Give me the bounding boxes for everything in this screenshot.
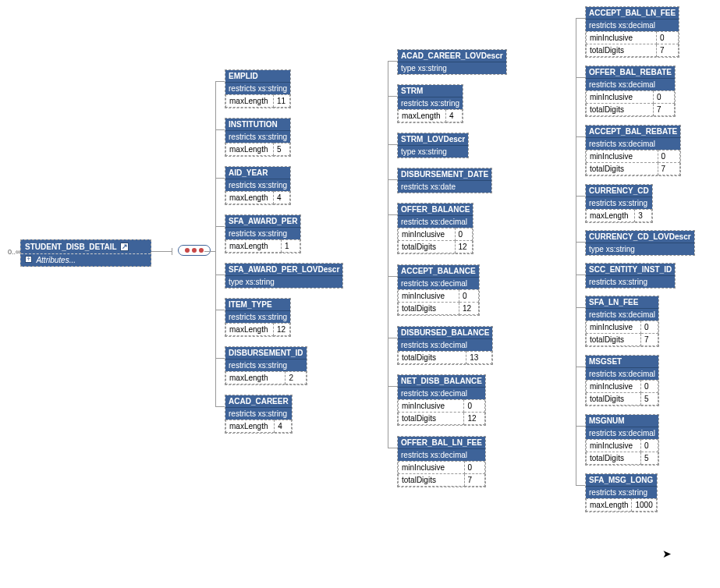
element-type-label: restricts xs:string: [586, 197, 652, 209]
root-title: STUDENT_DISB_DETAIL: [25, 243, 117, 251]
element-name: DISBURSEMENT_ID: [225, 347, 307, 360]
detail-icon[interactable]: [120, 243, 129, 251]
schema-element[interactable]: SFA_AWARD_PERrestricts xs:stringmaxLengt…: [225, 214, 301, 253]
element-name: OFFER_BAL_LN_FEE: [398, 437, 485, 449]
schema-element[interactable]: ACCEPT_BAL_REBATErestricts xs:decimalmin…: [585, 125, 681, 176]
schema-element[interactable]: EMPLIDrestricts xs:stringmaxLength11: [225, 69, 291, 108]
root-element[interactable]: STUDENT_DISB_DETAIL Attributes...: [20, 239, 151, 267]
schema-element[interactable]: AID_YEARrestricts xs:stringmaxLength4: [225, 166, 291, 205]
facet-value: 0: [464, 462, 484, 474]
facet-name: minInclusive: [587, 91, 654, 104]
schema-element[interactable]: SFA_MSG_LONGrestricts xs:stringmaxLength…: [585, 473, 658, 512]
schema-element[interactable]: OFFER_BAL_REBATErestricts xs:decimalminI…: [585, 66, 676, 117]
facet-row: totalDigits5: [587, 452, 658, 465]
facet-table: maxLength4: [225, 420, 292, 433]
facet-name: maxLength: [587, 210, 635, 222]
schema-element[interactable]: DISBURSEMENT_DATErestricts xs:date: [397, 168, 492, 193]
element-name: OFFER_BALANCE: [398, 204, 473, 216]
schema-element[interactable]: CURRENCY_CDrestricts xs:stringmaxLength3: [585, 184, 653, 223]
facet-row: maxLength4: [399, 110, 463, 122]
element-name: STRM_LOVDescr: [398, 133, 468, 146]
facet-row: maxLength5: [226, 143, 290, 156]
connector-line: [576, 196, 585, 197]
element-type-label: restricts xs:decimal: [586, 79, 675, 90]
schema-element[interactable]: NET_DISB_BALANCErestricts xs:decimalminI…: [397, 374, 486, 426]
facet-row: minInclusive0: [399, 400, 485, 413]
element-name: DISBURSED_BALANCE: [398, 327, 492, 339]
seq-dot: [199, 248, 204, 253]
facet-table: minInclusive0totalDigits5: [586, 439, 658, 465]
schema-element[interactable]: ACAD_CAREER_LOVDescrtype xs:string: [397, 49, 507, 75]
facet-value: 4: [446, 110, 463, 122]
facet-name: minInclusive: [399, 290, 459, 303]
facet-name: maxLength: [587, 499, 632, 512]
facet-value: 4: [275, 420, 291, 433]
facet-table: maxLength3: [586, 209, 652, 222]
connector-line: [388, 214, 397, 215]
facet-value: 0: [657, 32, 679, 44]
element-name: SFA_LN_FEE: [586, 296, 658, 309]
facet-value: 7: [657, 44, 679, 57]
schema-element[interactable]: SCC_ENTITY_INST_IDrestricts xs:string: [585, 263, 676, 289]
facet-row: maxLength1: [226, 240, 300, 253]
schema-element[interactable]: DISBURSED_BALANCErestricts xs:decimaltot…: [397, 326, 493, 365]
schema-element[interactable]: ACCEPT_BAL_LN_FEErestricts xs:decimalmin…: [585, 6, 679, 58]
facet-value: 5: [274, 143, 290, 156]
facet-name: maxLength: [226, 324, 274, 336]
facet-table: minInclusive0totalDigits7: [398, 461, 485, 487]
connector-line: [215, 406, 225, 407]
schema-element[interactable]: MSGNUMrestricts xs:decimalminInclusive0t…: [585, 414, 659, 466]
schema-element[interactable]: ITEM_TYPErestricts xs:stringmaxLength12: [225, 298, 291, 337]
element-type-label: restricts xs:string: [225, 408, 292, 420]
connector-line: [388, 61, 388, 448]
element-type-label: restricts xs:string: [225, 131, 290, 143]
element-type-label: restricts xs:string: [225, 83, 290, 94]
facet-value: 4: [274, 192, 290, 204]
facet-value: 0: [658, 151, 680, 163]
element-name: SCC_ENTITY_INST_ID: [586, 264, 675, 276]
schema-element[interactable]: ACAD_CAREERrestricts xs:stringmaxLength4: [225, 395, 293, 434]
schema-element[interactable]: ACCEPT_BALANCErestricts xs:decimalminInc…: [397, 264, 480, 316]
connector-line: [576, 485, 585, 486]
facet-name: minInclusive: [399, 462, 465, 474]
schema-element[interactable]: STRMrestricts xs:stringmaxLength4: [397, 84, 463, 123]
schema-element[interactable]: SFA_AWARD_PER_LOVDescrtype xs:string: [225, 263, 343, 289]
schema-element[interactable]: STRM_LOVDescrtype xs:string: [397, 133, 469, 158]
facet-row: totalDigits12: [399, 413, 485, 425]
seq-dot: [192, 248, 197, 253]
schema-element[interactable]: SFA_LN_FEErestricts xs:decimalminInclusi…: [585, 296, 659, 347]
schema-element[interactable]: INSTITUTIONrestricts xs:stringmaxLength5: [225, 118, 291, 157]
connector-line: [388, 144, 397, 145]
schema-element[interactable]: CURRENCY_CD_LOVDescrtype xs:string: [585, 230, 695, 256]
schema-element[interactable]: MSGSETrestricts xs:decimalminInclusive0t…: [585, 355, 659, 406]
connector-line: [215, 358, 225, 359]
facet-value: 5: [641, 452, 658, 465]
schema-element[interactable]: OFFER_BAL_LN_FEErestricts xs:decimalminI…: [397, 436, 486, 487]
facet-row: totalDigits5: [587, 393, 658, 406]
facet-row: minInclusive0: [587, 440, 658, 452]
element-type-label: restricts xs:string: [225, 311, 290, 323]
element-name: ACAD_CAREER_LOVDescr: [398, 50, 506, 62]
facet-name: minInclusive: [587, 381, 641, 393]
facet-row: maxLength11: [226, 95, 290, 108]
expand-icon[interactable]: [25, 256, 32, 263]
facet-row: minInclusive0: [587, 32, 679, 44]
schema-element[interactable]: DISBURSEMENT_IDrestricts xs:stringmaxLen…: [225, 346, 307, 385]
facet-value: 13: [466, 352, 492, 364]
facet-row: maxLength3: [587, 210, 652, 222]
facet-name: totalDigits: [587, 163, 658, 175]
facet-row: totalDigits7: [587, 334, 658, 346]
facet-table: minInclusive0totalDigits7: [586, 90, 675, 116]
facet-table: totalDigits13: [398, 351, 492, 364]
connector-line: [388, 448, 397, 448]
facet-name: maxLength: [226, 420, 275, 433]
facet-table: maxLength2: [225, 371, 307, 384]
facet-name: maxLength: [226, 372, 286, 384]
connector-line: [388, 61, 397, 62]
element-type-label: restricts xs:date: [398, 181, 491, 193]
element-type-label: type xs:string: [398, 62, 506, 74]
element-type-label: type xs:string: [225, 276, 342, 288]
schema-element[interactable]: OFFER_BALANCErestricts xs:decimalminIncl…: [397, 203, 473, 254]
facet-name: totalDigits: [399, 241, 456, 253]
sequence-indicator: [178, 245, 211, 256]
